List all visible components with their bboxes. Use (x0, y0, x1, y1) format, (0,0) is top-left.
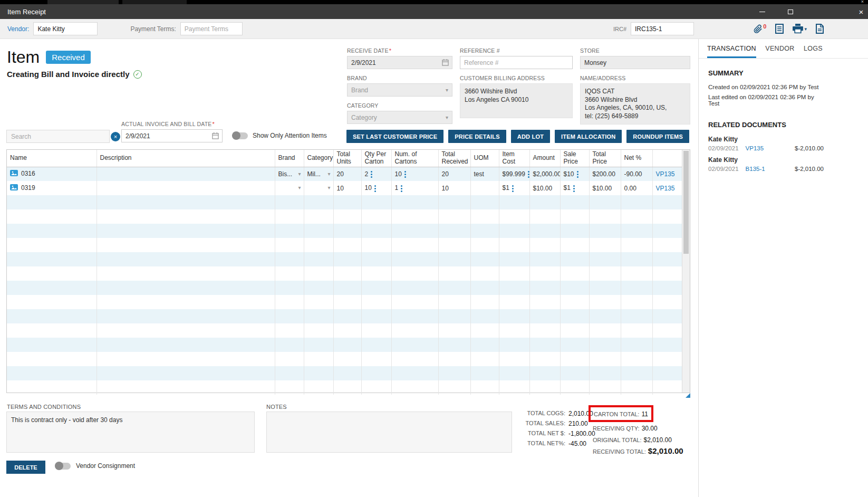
clear-search-icon[interactable]: × (111, 132, 120, 141)
irc-input[interactable] (631, 22, 694, 35)
cell-menu-dots-icon[interactable] (512, 185, 514, 192)
cell-total_units (333, 295, 361, 309)
related-doc-date: 02/09/2021 (708, 145, 739, 151)
action-button-item-allocation[interactable]: ITEM ALLOCATION (555, 130, 622, 143)
cell-item_cost[interactable]: $1 (499, 181, 529, 195)
brand-select[interactable]: Brand ▾ (347, 83, 452, 97)
cell-brand (275, 309, 304, 323)
terms-textarea[interactable]: This is contract only - void after 30 da… (6, 412, 255, 453)
tab-logs[interactable]: LOGS (804, 39, 823, 58)
close-button[interactable]: × (855, 4, 867, 19)
cell-item_cost (499, 195, 529, 209)
cell-brand (275, 238, 304, 252)
cell-name (7, 323, 97, 338)
header-form: RECEIVE DATE* 2/9/2021 BRAND Brand ▾ (347, 47, 690, 130)
export-document-button[interactable] (816, 24, 824, 34)
cell-brand[interactable]: ▾ (275, 181, 304, 195)
cell-num_cartons[interactable]: 10 (391, 167, 438, 181)
tab-transaction[interactable]: TRANSACTION (707, 39, 756, 58)
vendor-consignment-toggle[interactable] (55, 463, 71, 470)
cell-amount (529, 209, 560, 224)
cell-sale_price (560, 195, 589, 209)
item-row[interactable]: 0316Bis...▾Mil...▾2021020test$99.999$2,0… (7, 167, 682, 181)
item-row[interactable]: 0319▾▾1010110$1$10.00$1$10.000.00VP135 (7, 181, 682, 195)
cell-total_units (333, 224, 361, 238)
vendor-input[interactable] (33, 22, 98, 35)
related-doc-link[interactable]: B135-1 (746, 166, 765, 172)
cell-description (97, 281, 275, 295)
table-scrollbar[interactable] (682, 150, 690, 393)
cell-item_cost[interactable]: $99.999 (499, 167, 529, 181)
action-button-add-lot[interactable]: ADD LOT (511, 130, 550, 143)
cell-menu-dots-icon[interactable] (573, 185, 575, 192)
cell-qty_per_carton[interactable]: 2 (361, 167, 391, 181)
delete-button[interactable]: DELETE (6, 461, 45, 474)
column-header-item_cost: Item Cost (499, 150, 529, 167)
minimize-button[interactable] (756, 4, 768, 19)
cell-uom (470, 238, 499, 252)
maximize-button[interactable] (785, 4, 796, 19)
cell-total_received (438, 266, 470, 281)
paperclip-icon (754, 24, 763, 34)
calendar-icon[interactable] (442, 59, 449, 68)
store-field[interactable]: Monsey (580, 56, 690, 69)
tab-vendor[interactable]: VENDOR (765, 39, 794, 58)
title-bar: Item Receipt × (0, 4, 868, 19)
total-total-cogs: TOTAL COGS:2,010.00 (522, 410, 595, 417)
cell-num_cartons[interactable]: 1 (391, 181, 438, 195)
payment-terms-input[interactable] (180, 22, 243, 35)
cell-brand[interactable]: Bis...▾ (275, 167, 304, 181)
cell-category (304, 295, 333, 309)
notes-textarea[interactable] (266, 412, 512, 453)
cell-sale_price[interactable]: $1 (560, 181, 589, 195)
cell-menu-dots-icon[interactable] (374, 185, 376, 192)
dropdown-arrow-icon: ▾ (298, 171, 301, 177)
cell-link: VP135 (652, 167, 682, 181)
calendar-icon[interactable] (212, 132, 219, 141)
related-doc-link[interactable]: VP135 (746, 145, 764, 151)
print-button[interactable]: ▾ (793, 24, 807, 34)
related-doc-link[interactable]: VP135 (656, 170, 675, 178)
cell-menu-dots-icon[interactable] (577, 171, 578, 178)
print-dropdown-icon[interactable]: ▾ (804, 26, 807, 32)
search-input[interactable] (6, 130, 110, 143)
cell-total_price (589, 281, 621, 295)
cell-net (621, 266, 652, 281)
cell-name[interactable]: 0319 (7, 181, 97, 195)
cell-menu-dots-icon[interactable] (401, 185, 402, 192)
cell-name[interactable]: 0316 (7, 167, 97, 181)
attachment-button[interactable]: 0 (754, 24, 766, 34)
item-image-icon (10, 170, 18, 178)
category-label: CATEGORY (347, 102, 379, 109)
reference-input[interactable] (460, 56, 573, 69)
cell-amount (529, 366, 560, 380)
cell-qty_per_carton (361, 238, 391, 252)
items-table-body: 0316Bis...▾Mil...▾2021020test$99.999$2,0… (7, 167, 682, 395)
invoice-date-input[interactable]: 2/9/2021 (121, 129, 223, 142)
cell-uom (470, 295, 499, 309)
related-doc-link[interactable]: VP135 (656, 185, 675, 192)
scrollbar-thumb[interactable] (683, 151, 689, 254)
cell-category[interactable]: Mil...▾ (304, 167, 333, 181)
action-button-roundup-items[interactable]: ROUNDUP ITEMS (626, 130, 689, 143)
cell-qty_per_carton[interactable]: 10 (361, 181, 391, 195)
document-list-button[interactable] (775, 24, 784, 34)
cell-sale_price (560, 252, 589, 266)
action-button-set-last-customer-price[interactable]: SET LAST CUSTOMER PRICE (346, 130, 443, 143)
action-button-price-details[interactable]: PRICE DETAILS (448, 130, 506, 143)
background-window-strip: × (0, 0, 868, 4)
attention-items-toggle[interactable] (232, 132, 248, 139)
cell-total_price (589, 266, 621, 281)
cell-num_cartons (391, 366, 438, 380)
cell-name (7, 209, 97, 224)
background-close-icon[interactable]: × (861, 0, 864, 4)
cell-menu-dots-icon[interactable] (404, 171, 406, 178)
column-header-uom: UOM (470, 150, 499, 167)
receive-date-input[interactable]: 2/9/2021 (347, 56, 452, 69)
cell-sale_price[interactable]: $10 (560, 167, 589, 181)
cell-link (652, 209, 682, 224)
cell-category[interactable]: ▾ (304, 181, 333, 195)
cell-num_cartons (391, 309, 438, 323)
cell-menu-dots-icon[interactable] (371, 171, 372, 178)
cell-amount: $2,000.00 (529, 167, 560, 181)
